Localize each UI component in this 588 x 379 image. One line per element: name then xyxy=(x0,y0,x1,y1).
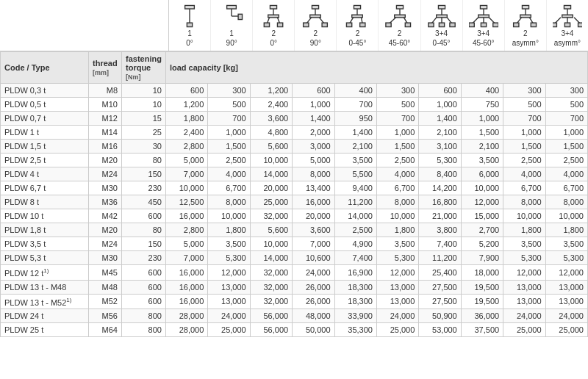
icon-header: 1 0°1 90°2 0°2 90°2 0-45°2 45-60°3+4 0-4… xyxy=(0,0,588,51)
cell-lc-6: 25,400 xyxy=(419,265,461,281)
cell-torque: 25 xyxy=(122,126,166,140)
svg-rect-1 xyxy=(185,5,195,9)
cell-code: PLDW 13 t - M48 xyxy=(1,280,89,294)
table-row: PLDW 0,5 tM10101,2005002,4001,0007005001… xyxy=(1,98,588,112)
cell-lc-9: 1,800 xyxy=(545,223,587,237)
cell-lc-5: 13,000 xyxy=(376,280,418,294)
table-row: PLDW 13 t - M48M4860016,00013,00032,0002… xyxy=(1,280,588,294)
table-row: PLDW 4 tM241507,0004,00014,0008,0005,500… xyxy=(1,167,588,181)
cell-lc-5: 4,000 xyxy=(376,167,418,181)
svg-rect-23 xyxy=(352,15,363,18)
cell-lc-9: 12,000 xyxy=(545,265,587,281)
svg-rect-19 xyxy=(304,23,309,26)
cell-lc-6: 1,400 xyxy=(419,112,461,126)
cell-torque: 150 xyxy=(122,167,166,181)
cell-code: PLDW 3,5 t xyxy=(1,237,89,251)
cell-lc-2: 4,800 xyxy=(250,126,292,140)
table-row: PLDW 25 tM6480028,00025,00056,00050,0003… xyxy=(1,323,588,337)
icon-label-4: 2 0-45° xyxy=(348,29,366,48)
cell-lc-1: 6,700 xyxy=(208,181,250,195)
cell-lc-5: 10,000 xyxy=(376,209,418,223)
icon-diagram-7 xyxy=(469,3,498,29)
cell-code: PLDW 1,8 t xyxy=(1,223,89,237)
cell-lc-9: 24,000 xyxy=(545,309,587,323)
cell-lc-0: 12,500 xyxy=(165,195,207,209)
cell-lc-9: 6,700 xyxy=(545,181,587,195)
icon-col-8: 2 asymm° xyxy=(505,0,547,51)
cell-lc-9: 13,000 xyxy=(545,280,587,294)
cell-thread: M16 xyxy=(89,140,122,154)
svg-rect-37 xyxy=(436,15,447,18)
cell-lc-8: 4,000 xyxy=(503,167,545,181)
th-load-capacity: load capacity [kg] xyxy=(165,52,587,84)
cell-lc-8: 1,500 xyxy=(503,140,545,154)
header-spacer xyxy=(0,0,169,51)
cell-lc-3: 3,600 xyxy=(293,223,334,237)
cell-lc-4: 2,100 xyxy=(334,140,376,154)
cell-lc-4: 11,200 xyxy=(334,195,376,209)
cell-lc-0: 16,000 xyxy=(165,265,207,281)
icon-diagram-3 xyxy=(301,3,330,29)
cell-lc-2: 32,000 xyxy=(250,265,292,281)
svg-rect-44 xyxy=(480,5,487,9)
cell-lc-9: 25,000 xyxy=(545,323,587,337)
cell-thread: M24 xyxy=(89,167,122,181)
cell-lc-5: 24,000 xyxy=(376,309,418,323)
icon-col-6: 3+4 0-45° xyxy=(421,0,463,51)
icon-col-7: 3+4 45-60° xyxy=(463,0,505,51)
cell-lc-8: 24,000 xyxy=(503,309,545,323)
cell-code: PLDW 10 t xyxy=(1,209,89,223)
cell-lc-8: 1,800 xyxy=(503,223,545,237)
cell-lc-2: 32,000 xyxy=(250,209,292,223)
cell-lc-3: 10,600 xyxy=(293,251,334,265)
cell-lc-3: 24,000 xyxy=(293,265,334,281)
cell-lc-7: 1,500 xyxy=(461,126,503,140)
icon-label-5: 2 45-60° xyxy=(389,29,411,48)
cell-lc-1: 25,000 xyxy=(208,323,250,337)
cell-torque: 600 xyxy=(122,294,166,309)
cell-thread: M20 xyxy=(89,223,122,237)
cell-torque: 10 xyxy=(122,84,166,98)
cell-lc-8: 6,700 xyxy=(503,181,545,195)
cell-lc-0: 2,800 xyxy=(165,140,207,154)
cell-lc-4: 14,000 xyxy=(334,209,376,223)
cell-code: PLDW 1,5 t xyxy=(1,140,89,154)
cell-torque: 150 xyxy=(122,237,166,251)
icon-col-4: 2 0-45° xyxy=(337,0,379,51)
cell-lc-5: 12,000 xyxy=(376,265,418,281)
cell-lc-1: 1,000 xyxy=(208,126,250,140)
cell-lc-8: 5,300 xyxy=(503,251,545,265)
cell-lc-6: 7,400 xyxy=(419,237,461,251)
cell-lc-0: 16,000 xyxy=(165,280,207,294)
cell-lc-2: 56,000 xyxy=(250,309,292,323)
cell-lc-7: 1,000 xyxy=(461,112,503,126)
cell-torque: 10 xyxy=(122,98,166,112)
cell-lc-4: 9,400 xyxy=(334,181,376,195)
table-row: PLDW 12 t1)M4560016,00012,00032,00024,00… xyxy=(1,265,588,281)
cell-lc-4: 33,900 xyxy=(334,309,376,323)
cell-lc-6: 5,300 xyxy=(419,154,461,167)
cell-lc-8: 1,000 xyxy=(503,126,545,140)
cell-lc-4: 700 xyxy=(334,98,376,112)
svg-rect-14 xyxy=(312,5,319,9)
cell-lc-5: 300 xyxy=(376,84,418,98)
cell-lc-4: 16,900 xyxy=(334,265,376,281)
th-torque: fastening torque[Nm] xyxy=(122,52,166,84)
cell-lc-6: 27,500 xyxy=(419,294,461,309)
cell-lc-1: 1,800 xyxy=(208,223,250,237)
cell-thread: M10 xyxy=(89,98,122,112)
icon-label-8: 2 asymm° xyxy=(512,29,539,48)
cell-code: PLDW 12 t1) xyxy=(1,265,89,281)
cell-lc-0: 28,000 xyxy=(165,323,207,337)
cell-lc-0: 600 xyxy=(165,84,207,98)
svg-rect-16 xyxy=(310,15,321,18)
svg-rect-33 xyxy=(385,23,390,26)
cell-thread: M45 xyxy=(89,265,122,281)
cell-thread: M20 xyxy=(89,154,122,167)
cell-lc-7: 18,000 xyxy=(461,265,503,281)
cell-lc-3: 1,400 xyxy=(293,112,334,126)
cell-lc-8: 300 xyxy=(503,84,545,98)
cell-lc-0: 7,000 xyxy=(165,251,207,265)
svg-rect-30 xyxy=(394,15,405,18)
cell-lc-7: 37,500 xyxy=(461,323,503,337)
